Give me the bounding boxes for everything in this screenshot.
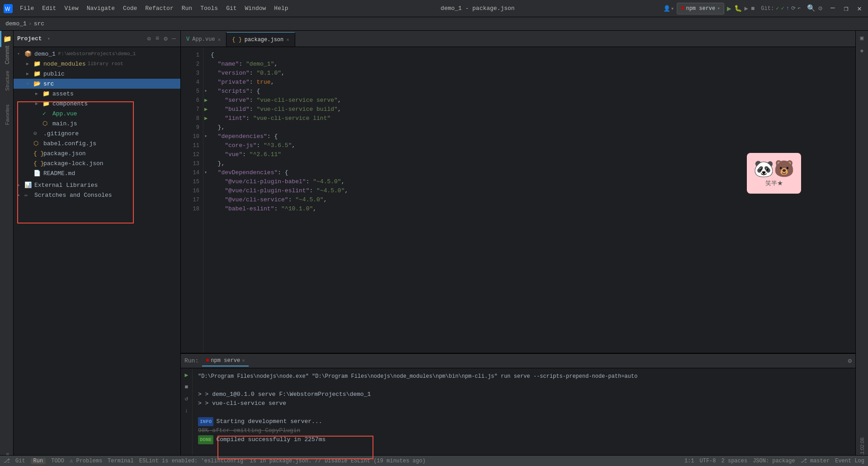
right-icon-1[interactable]: ▣	[857, 33, 868, 43]
menu-code[interactable]: Code	[119, 4, 141, 13]
status-terminal-label[interactable]: Terminal	[108, 458, 134, 464]
code-line-10: ▾ "dependencies" : {	[211, 132, 855, 141]
sidebar-project-icon[interactable]: 📁	[0, 31, 14, 47]
code-brace-9: },	[218, 123, 225, 132]
tree-item-components[interactable]: ▶ 📁 components	[14, 99, 180, 109]
run-ctrl-stop[interactable]: ■	[182, 382, 192, 392]
menu-edit[interactable]: Edit	[38, 4, 60, 13]
run-ctrl-play[interactable]: ▶	[182, 370, 192, 380]
tree-item-external-libs[interactable]: ▶ 📊 External Libraries	[14, 180, 180, 190]
sidebar-structure-icon[interactable]: Structure	[0, 72, 14, 89]
run-ctrl-rerun[interactable]: ↺	[182, 394, 192, 404]
code-line-17: "@vue/cli-service" : "~4.5.0" ,	[211, 195, 855, 204]
title-bar: W File Edit View Navigate Code Refactor …	[0, 0, 868, 17]
tree-arrow-node-modules: ▶	[26, 61, 33, 67]
npm-serve-button[interactable]: ■ npm serve ▾	[677, 3, 724, 14]
debug-button[interactable]: 🐛	[734, 5, 742, 12]
git-history[interactable]: ⟳	[791, 5, 796, 12]
status-branch[interactable]: ⎇ master	[801, 457, 830, 464]
panel-locate-icon[interactable]: ⊙	[146, 34, 151, 43]
stop-button[interactable]: ■	[751, 5, 755, 12]
code-key-version: "version"	[218, 69, 250, 78]
menu-help[interactable]: Help	[270, 4, 292, 13]
tree-item-readme[interactable]: 📄 README.md	[14, 168, 180, 178]
git-push[interactable]: ↑	[786, 5, 789, 12]
status-todo-label[interactable]: TODO	[51, 458, 64, 464]
panel-settings-icon[interactable]: ⚙	[163, 34, 168, 43]
status-problems-label[interactable]: ⚠ Problems	[70, 457, 102, 464]
git-check-2[interactable]: ✓	[781, 5, 784, 12]
breadcrumb-project[interactable]: demo_1	[5, 20, 27, 27]
tree-item-gitignore[interactable]: ⊙ .gitignore	[14, 128, 180, 138]
user-icon[interactable]: 👤▾	[663, 5, 674, 12]
line-num-2: 2	[181, 60, 199, 69]
status-git-icon[interactable]: ⎇	[4, 457, 10, 464]
code-val-lint: "vue-cli-service lint"	[253, 114, 331, 123]
menu-tools[interactable]: Tools	[197, 4, 222, 13]
tree-item-babel[interactable]: ⬡ babel.config.js	[14, 138, 180, 148]
status-run-label[interactable]: Run	[31, 458, 46, 464]
sidebar-commit-icon[interactable]: Commit	[0, 47, 14, 63]
tree-item-public[interactable]: ▶ 📁 public	[14, 69, 180, 79]
left-sidebar: 📁 Commit Structure Favorites npm	[0, 31, 14, 466]
code-key-cli-service: "@vue/cli-service"	[225, 195, 288, 204]
menu-view[interactable]: View	[61, 4, 82, 13]
tree-item-main-js[interactable]: ⬡ main.js	[14, 119, 180, 128]
tab-app-vue-close[interactable]: ✕	[218, 37, 221, 43]
git-check-1[interactable]: ✓	[776, 5, 779, 12]
run-settings-icon[interactable]: ⚙	[848, 357, 852, 365]
panel-collapse-icon[interactable]: ≡	[155, 34, 160, 43]
menu-git[interactable]: Git	[222, 4, 240, 13]
menu-run[interactable]: Run	[178, 4, 196, 13]
tree-item-package-lock[interactable]: { } package-lock.json	[14, 158, 180, 168]
fold-arrow-14[interactable]: ▾	[204, 168, 207, 177]
run-arrow-6[interactable]: ▶	[204, 96, 208, 105]
tree-item-scratches[interactable]: ▶ ✏ Scratches and Consoles	[14, 190, 180, 200]
close-button[interactable]: ✕	[854, 3, 864, 14]
run-tab-close[interactable]: ✕	[242, 357, 245, 363]
project-dropdown-arrow[interactable]: ▾	[47, 36, 50, 42]
right-icon-2[interactable]: ◈	[857, 45, 868, 56]
run-tab-npm-serve[interactable]: ■ npm serve ✕	[202, 356, 249, 366]
fold-arrow-10[interactable]: ▾	[204, 132, 207, 141]
tree-item-assets[interactable]: ▶ 📁 assets	[14, 89, 180, 99]
breadcrumb-src[interactable]: src	[34, 20, 44, 27]
code-content[interactable]: { "name" : "demo_1" , "version"	[203, 47, 855, 353]
sidebar-favorites-icon[interactable]: Favorites	[0, 107, 14, 123]
coverage-button[interactable]: ▶	[745, 5, 748, 12]
status-type[interactable]: JSON: package	[753, 458, 795, 464]
panel-hide-icon[interactable]: —	[171, 34, 177, 43]
status-indent[interactable]: 2 spaces	[722, 458, 748, 464]
fold-arrow-5[interactable]: ▾	[204, 87, 207, 96]
code-comma-6: ,	[338, 96, 341, 105]
maximize-button[interactable]: ❐	[841, 3, 851, 14]
status-event-log[interactable]: Event Log	[835, 458, 864, 464]
tree-item-node-modules[interactable]: ▶ 📁 node_modules library root	[14, 59, 180, 69]
menu-refactor[interactable]: Refactor	[142, 4, 177, 13]
code-indent-17	[211, 195, 225, 204]
folder-icon-components: 📁	[42, 100, 51, 107]
menu-file[interactable]: File	[16, 4, 38, 13]
tree-item-root[interactable]: ▾ 📦 demo_1 F:\WebstormProjects\demo_1	[14, 49, 180, 59]
tree-item-package-json[interactable]: { } package.json	[14, 148, 180, 158]
run-ctrl-scroll-end[interactable]: ↓	[182, 405, 192, 415]
status-git-label[interactable]: Git	[15, 458, 25, 464]
tab-package-json[interactable]: { } package.json ✕	[226, 32, 295, 47]
git-revert[interactable]: ↶	[797, 5, 801, 12]
status-encoding[interactable]: UTF-8	[700, 458, 716, 464]
tab-package-json-close[interactable]: ✕	[286, 37, 289, 43]
menu-navigate[interactable]: Navigate	[83, 4, 118, 13]
tree-item-app-vue[interactable]: ✓ App.vue	[14, 109, 180, 119]
menu-window[interactable]: Window	[241, 4, 270, 13]
settings-button[interactable]: ⚙	[818, 4, 822, 13]
tab-app-vue[interactable]: V App.vue ✕	[181, 32, 226, 47]
tree-item-src[interactable]: ▾ 📂 src	[14, 79, 180, 89]
minimize-button[interactable]: —	[828, 3, 838, 14]
npm-dropdown-arrow[interactable]: ▾	[717, 5, 720, 11]
run-play-button[interactable]: ▶	[727, 4, 731, 13]
run-arrow-7[interactable]: ▶	[204, 105, 208, 114]
run-arrow-8[interactable]: ▶	[204, 114, 208, 123]
output-prompt-2-text: > > vue-cli-service serve	[198, 399, 286, 408]
code-line-18: "babel-eslint" : "^10.1.0" ,	[211, 204, 855, 214]
global-search-button[interactable]: 🔍	[807, 4, 816, 13]
